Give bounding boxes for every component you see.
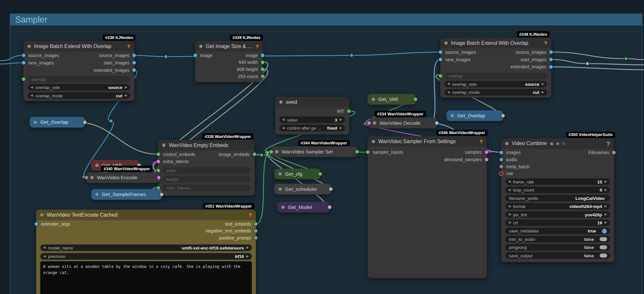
collapse-dot[interactable] [162, 143, 166, 147]
widget-input-num-frames[interactable]: num_frames [162, 185, 251, 191]
combo-widget-overlap-side[interactable]: overlap_sidesource [445, 81, 547, 87]
collapse-dot[interactable] [275, 150, 278, 153]
input-slot[interactable] [156, 152, 161, 156]
collapse-dot[interactable] [505, 142, 508, 145]
input-slot[interactable] [499, 164, 504, 169]
input-slot[interactable] [367, 121, 371, 125]
collapse-dot[interactable] [279, 172, 282, 175]
toggle-widget-save-metadata[interactable]: save_metadatatrue [505, 228, 610, 234]
combo-widget-overlap-mode[interactable]: overlap_modecut [27, 92, 130, 99]
node-wanvideo-sampler-set-344[interactable]: WanVideo Sampler Set [271, 146, 357, 157]
decrement-arrow[interactable] [508, 188, 511, 191]
prompt-textarea[interactable]: A woman sits at a wooden table by the wi… [40, 261, 252, 294]
input-slot[interactable] [365, 150, 370, 154]
node-image-batch-extend-336[interactable]: Image Batch Extend With Overlap ? source… [24, 41, 135, 101]
output-slot[interactable] [253, 235, 258, 240]
node-wanvideo-decode-334[interactable]: WanVideo Decode [369, 118, 437, 128]
widget-input-height[interactable]: height [162, 176, 251, 182]
combo-widget-precision[interactable]: precisionbf16 [40, 253, 252, 260]
number-widget-value[interactable]: value3 [279, 116, 345, 123]
collapse-dot[interactable] [34, 121, 37, 124]
input-slot[interactable] [21, 53, 26, 58]
combo-widget-overlap-side[interactable]: overlap_sidesource [27, 84, 130, 91]
output-slot[interactable] [549, 50, 553, 54]
increment-arrow[interactable] [605, 180, 607, 183]
node-get-scheduler[interactable]: Get_scheduler [274, 184, 331, 194]
reroute-dot[interactable] [586, 62, 589, 65]
output-slot[interactable] [347, 109, 351, 113]
reroute-dot[interactable] [624, 57, 628, 60]
input-slot[interactable] [499, 157, 504, 162]
number-widget-loop-count[interactable]: loop_count0 [505, 187, 610, 193]
help-icon[interactable]: ? [544, 40, 547, 46]
output-slot[interactable] [549, 64, 553, 69]
output-slot[interactable] [157, 175, 161, 180]
node-get-sampleframes[interactable]: Get_SampleFrames [91, 189, 162, 200]
collapse-dot[interactable] [95, 164, 98, 167]
output-slot[interactable] [484, 157, 489, 162]
reroute-dot[interactable] [109, 119, 113, 123]
output-slot[interactable] [132, 53, 136, 58]
combo-next-arrow[interactable] [125, 94, 128, 97]
combo-prev-arrow[interactable] [30, 94, 33, 97]
output-slot[interactable] [413, 97, 418, 102]
reroute-dot[interactable] [164, 55, 168, 58]
node-get-image-size-339[interactable]: Get Image Size & ... ? imageimage 640 wi… [195, 41, 263, 82]
node-get-model[interactable]: Get_Model [277, 202, 330, 212]
input-slot[interactable] [21, 61, 26, 65]
toggle-knob[interactable] [600, 245, 607, 250]
input-slot[interactable] [438, 50, 443, 54]
output-slot[interactable] [612, 150, 616, 155]
help-icon[interactable]: ? [127, 44, 130, 49]
node-wanvideo-empty-embeds-338[interactable]: WanVideo Empty Embeds control_embedsimag… [158, 140, 255, 196]
collapse-dot[interactable] [373, 122, 376, 125]
collapse-dot[interactable] [199, 45, 202, 48]
input-slot[interactable] [499, 150, 504, 155]
collapse-dot[interactable] [95, 193, 98, 196]
widget-input-overlap[interactable]: overlap [27, 76, 130, 82]
input-slot[interactable] [84, 175, 89, 180]
combo-next-arrow[interactable] [340, 126, 342, 130]
node-image-batch-extend-348[interactable]: Image Batch Extend With Overlap ? source… [440, 38, 551, 98]
output-slot[interactable] [253, 229, 258, 233]
collapse-dot[interactable] [279, 187, 282, 191]
combo-next-arrow[interactable] [542, 83, 544, 86]
output-slot[interactable] [261, 53, 265, 57]
node-get-overlap-right[interactable]: Get_Overlap [446, 110, 503, 121]
output-slot[interactable] [484, 150, 489, 154]
output-slot[interactable] [434, 121, 439, 125]
input-slot[interactable] [438, 74, 443, 78]
combo-widget-pix-fmt[interactable]: pix_fmtyuv420p [505, 211, 610, 218]
output-slot[interactable] [549, 57, 553, 62]
help-icon[interactable]: ? [607, 140, 610, 147]
combo-prev-arrow[interactable] [30, 86, 33, 89]
combo-prev-arrow[interactable] [447, 91, 450, 94]
combo-prev-arrow[interactable] [508, 205, 511, 208]
node-wanvideo-textencode-cached-351[interactable]: WanVideo TextEncode Cached ? extender_ar… [36, 210, 256, 294]
collapse-dot[interactable] [372, 140, 375, 143]
node-graph-canvas[interactable]: Sampler #336 KJNodes #339 KJNodes #348 K… [0, 0, 644, 294]
help-icon[interactable]: ? [480, 139, 483, 144]
output-slot[interactable] [252, 152, 257, 156]
input-slot[interactable] [269, 150, 273, 154]
number-widget-crf[interactable]: crf19 [505, 220, 610, 226]
toggle-knob[interactable] [600, 253, 607, 258]
output-slot[interactable] [132, 68, 136, 73]
combo-prev-arrow[interactable] [282, 126, 285, 130]
output-slot[interactable] [327, 205, 332, 210]
output-slot[interactable] [132, 61, 136, 65]
input-slot[interactable] [34, 221, 39, 226]
text-widget-filename-prefix[interactable]: filename_prefixLongCatVideo [505, 195, 610, 201]
widget-input-width[interactable]: width [162, 167, 251, 174]
node-wanvideo-encode-340[interactable]: WanVideo Encode [86, 172, 159, 183]
combo-next-arrow[interactable] [246, 246, 249, 249]
reroute-dot[interactable] [350, 54, 353, 57]
collapse-dot[interactable] [90, 176, 94, 179]
output-slot[interactable] [261, 67, 265, 71]
increment-arrow[interactable] [340, 118, 342, 121]
node-seed[interactable]: seed INT value3 control after ge ...fixe… [275, 97, 349, 134]
number-widget-frame-rate[interactable]: frame_rate15 [505, 178, 610, 185]
combo-prev-arrow[interactable] [447, 83, 450, 86]
decrement-arrow[interactable] [508, 221, 511, 224]
combo-next-arrow[interactable] [605, 213, 607, 216]
